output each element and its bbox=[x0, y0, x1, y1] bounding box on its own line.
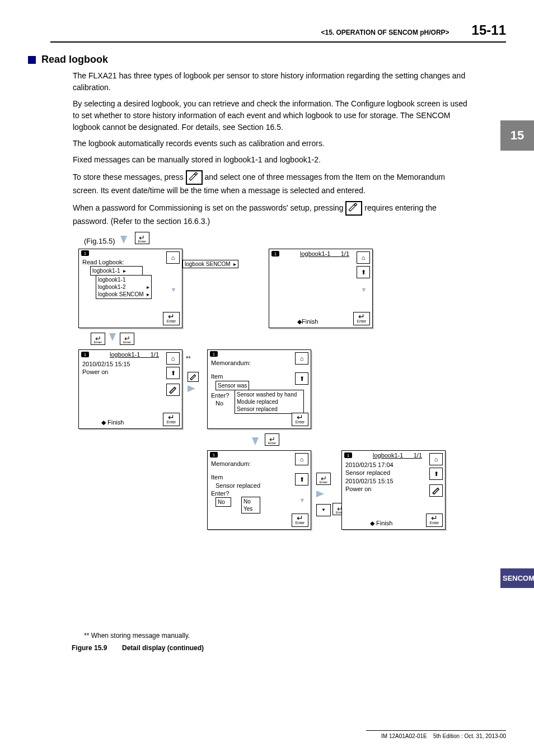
figure-caption: Figure 15.9 Detail display (continued) bbox=[72, 644, 506, 652]
screen-logbook-empty: 1 logbook1-1 1/1 ⌂ ⬆ ▼ ◆Finish Enter bbox=[269, 249, 373, 328]
enter-button[interactable]: Enter bbox=[163, 413, 180, 426]
up-button[interactable]: ⬆ bbox=[295, 473, 308, 486]
body-p6: When a password for Commissioning is set… bbox=[73, 201, 472, 227]
enter-select[interactable]: No bbox=[216, 497, 231, 507]
screen-title: Memorandum: bbox=[211, 460, 307, 468]
enter-button[interactable]: Enter bbox=[163, 312, 180, 325]
body-p2: By selecting a desired logbook, you can … bbox=[73, 98, 472, 133]
figure-reference: (Fig.15.5) bbox=[84, 232, 506, 245]
home-button[interactable]: ⌂ bbox=[166, 352, 180, 365]
annotation-marker: ** bbox=[186, 355, 191, 362]
logbook-select[interactable]: logbook1-1 ▸ bbox=[90, 266, 143, 276]
home-button[interactable]: ⌂ bbox=[357, 251, 370, 264]
up-button[interactable]: ⬆ bbox=[166, 367, 180, 379]
home-button[interactable]: ⌂ bbox=[295, 453, 308, 465]
item-option[interactable]: Sensor washed by hand bbox=[237, 391, 302, 398]
sensor-indicator-icon: 1 bbox=[81, 352, 89, 357]
item-select[interactable]: Sensor was bbox=[216, 381, 249, 390]
page-header: <15. OPERATION OF SENCOM pH/ORP> 15-11 bbox=[50, 22, 506, 43]
body-p1: The FLXA21 has three types of logbook pe… bbox=[73, 70, 472, 94]
screen-logbook-updated: 1 logbook1-1 1/1 2010/02/15 17:04 Sensor… bbox=[341, 450, 446, 530]
enter-button[interactable]: Enter bbox=[353, 312, 370, 325]
logbook-option[interactable]: logbook SENCOM bbox=[98, 291, 144, 298]
enter-button[interactable] bbox=[91, 333, 105, 345]
section-title-text: Read logbook bbox=[41, 54, 108, 66]
body-p5a: To store these messages, press bbox=[73, 172, 186, 181]
log-timestamp: 2010/02/15 15:15 bbox=[345, 477, 442, 485]
enter-label: Enter? bbox=[211, 489, 307, 497]
branch-label: logbook SENCOM▸ bbox=[182, 260, 238, 268]
scroll-down-icon[interactable]: ▼ bbox=[358, 284, 370, 295]
log-timestamp: 2010/02/15 17:04 bbox=[345, 461, 442, 469]
diagram: 1 Read Logbook: logbook1-1 ▸ logbook1-1 … bbox=[78, 249, 506, 629]
log-timestamp: 2010/02/15 15:15 bbox=[82, 360, 179, 368]
scroll-down-icon[interactable]: ▼ bbox=[296, 494, 308, 506]
up-button[interactable]: ⬆ bbox=[429, 468, 443, 480]
screen-read-logbook: 1 Read Logbook: logbook1-1 ▸ logbook1-1 … bbox=[78, 249, 182, 328]
scroll-down-icon[interactable]: ▼ bbox=[167, 284, 180, 295]
pencil-button[interactable] bbox=[188, 372, 199, 382]
finish-button[interactable]: ◆Finish bbox=[297, 318, 318, 325]
home-button[interactable]: ⌂ bbox=[166, 251, 180, 264]
finish-button[interactable]: ◆ Finish bbox=[370, 520, 392, 527]
enter-button[interactable] bbox=[316, 473, 331, 485]
body-p3: The logbook automatically records events… bbox=[73, 138, 472, 150]
arrow-down-icon bbox=[120, 236, 127, 244]
sensor-indicator-icon: 1 bbox=[271, 251, 279, 256]
sensor-indicator-icon: 1 bbox=[210, 452, 218, 458]
screen-title: Read Logbook: bbox=[82, 258, 179, 266]
logbook-option[interactable]: logbook1-1 bbox=[98, 276, 149, 283]
body-p6a: When a password for Commissioning is set… bbox=[73, 203, 345, 212]
screen-memorandum-enter: 1 Memorandum: Item Sensor replaced Enter… bbox=[207, 450, 311, 530]
logbook-option[interactable]: logbook1-2 bbox=[98, 283, 125, 291]
item-label: Item bbox=[211, 372, 307, 380]
footnote: ** When storing message manually. bbox=[84, 632, 506, 640]
log-event: Power on bbox=[345, 485, 442, 493]
body-p4: Fixed messages can be manually stored in… bbox=[73, 154, 472, 166]
enter-option[interactable]: Yes bbox=[243, 505, 258, 512]
section-title: Read logbook bbox=[28, 54, 506, 66]
home-button[interactable]: ⌂ bbox=[295, 352, 308, 365]
up-button[interactable]: ⬆ bbox=[295, 372, 308, 385]
enter-button[interactable]: Enter bbox=[292, 514, 308, 527]
screen-logbook-entry: 1 logbook1-1 1/1 2010/02/15 15:15 Power … bbox=[78, 349, 182, 429]
bullet-square-icon bbox=[28, 56, 36, 64]
arrow-down-icon bbox=[252, 437, 259, 445]
item-label: Item bbox=[211, 473, 307, 481]
side-tab-chapter: 15 bbox=[500, 120, 534, 151]
sensor-indicator-icon: 1 bbox=[81, 250, 89, 256]
item-value: Sensor replaced bbox=[216, 482, 307, 489]
breadcrumb: <15. OPERATION OF SENCOM pH/ORP> bbox=[321, 29, 449, 36]
log-event: Power on bbox=[82, 368, 179, 376]
screen-title: Memorandum: bbox=[211, 359, 307, 367]
log-event: Sensor replaced bbox=[345, 469, 442, 477]
arrow-right-icon bbox=[316, 491, 324, 497]
pencil-icon[interactable] bbox=[186, 170, 203, 185]
enter-button[interactable] bbox=[120, 333, 134, 345]
enter-button[interactable]: Enter bbox=[292, 413, 308, 426]
dropdown-button[interactable]: ▼ bbox=[316, 504, 331, 516]
enter-button[interactable] bbox=[265, 433, 279, 446]
pencil-button[interactable] bbox=[166, 384, 180, 396]
enter-button[interactable] bbox=[135, 232, 149, 244]
enter-button[interactable]: Enter bbox=[426, 514, 443, 527]
item-option[interactable]: Sensor replaced bbox=[237, 405, 302, 413]
pencil-icon[interactable] bbox=[345, 201, 362, 216]
finish-button[interactable]: ◆ Finish bbox=[101, 419, 124, 426]
item-option[interactable]: Module replaced bbox=[237, 398, 302, 405]
body-p5: To store these messages, press and selec… bbox=[73, 170, 472, 197]
page-number: 15-11 bbox=[472, 22, 506, 38]
arrow-down-icon bbox=[109, 333, 116, 341]
sensor-indicator-icon: 1 bbox=[210, 351, 218, 357]
sensor-indicator-icon: 1 bbox=[344, 452, 352, 458]
pencil-button[interactable] bbox=[429, 484, 443, 497]
arrow-right-icon bbox=[188, 385, 195, 392]
home-button[interactable]: ⌂ bbox=[429, 453, 443, 465]
enter-option[interactable]: No bbox=[243, 498, 258, 505]
screen-memorandum-item: 1 Memorandum: Item Sensor was Sensor was… bbox=[207, 349, 311, 429]
up-button[interactable]: ⬆ bbox=[357, 266, 370, 278]
page-footer: IM 12A01A02-01E 5th Edition : Oct. 31, 2… bbox=[366, 730, 506, 739]
